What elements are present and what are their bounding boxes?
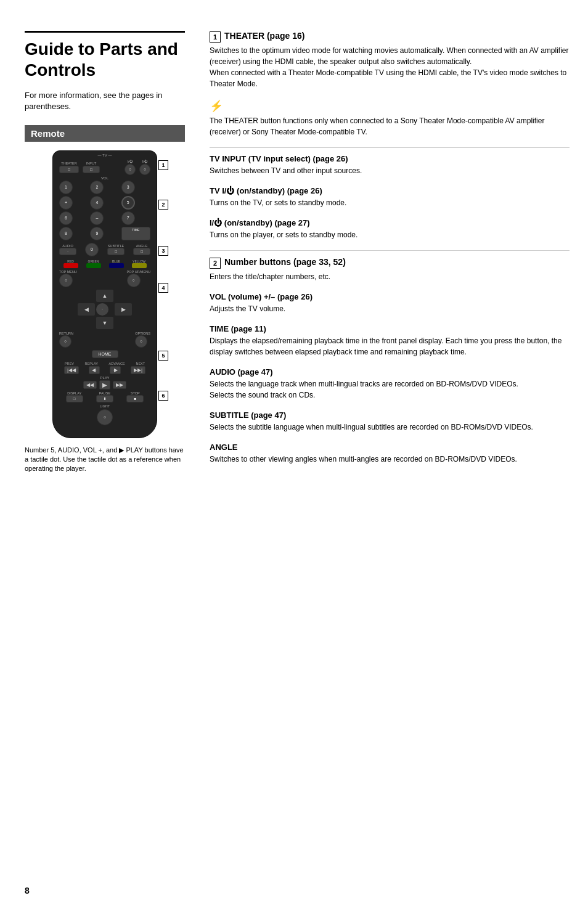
vol-plus[interactable]: +	[59, 196, 73, 210]
yellow-button[interactable]	[132, 263, 147, 268]
input-label: INPUT	[83, 161, 100, 165]
top-button-group: THEATER □ INPUT □	[59, 161, 100, 173]
advance-button[interactable]: ·▶	[110, 366, 121, 374]
tv-label: — TV —	[98, 153, 112, 157]
rewind-button[interactable]: ◀◀	[83, 381, 97, 389]
nav-pad: ▲ ◀ · ▶ ▼	[59, 290, 150, 329]
number-buttons-title: 2 Number buttons (page 33, 52)	[210, 257, 570, 269]
num-8[interactable]: 8	[59, 227, 73, 240]
fastforward-button[interactable]: ▶▶	[113, 381, 126, 389]
num-4[interactable]: 4	[90, 196, 104, 210]
vol-minus[interactable]: –	[90, 211, 104, 225]
number-buttons-body: Enters the title/chapter numbers, etc.	[210, 271, 570, 282]
divider-1	[210, 147, 570, 148]
menu-row: TOP MENU ○ POP UP/MENU ○	[59, 270, 150, 287]
section-theater: 1 THEATER (page 16) Switches to the opti…	[210, 31, 570, 89]
return-options-row: RETURN ○ OPTIONS ○	[59, 332, 150, 348]
popup-menu-group: POP UP/MENU ○	[127, 270, 150, 287]
page-title: Guide to Parts and Controls	[25, 31, 185, 80]
light-button[interactable]: ○	[97, 409, 113, 425]
stop-label: STOP	[126, 391, 144, 395]
time-button[interactable]: TIME	[121, 227, 150, 240]
red-group: RED	[63, 259, 78, 268]
nav-down[interactable]: ▼	[96, 317, 113, 329]
display-button[interactable]: □	[66, 395, 83, 402]
section-player-standby: I/⏻ (on/standby) (page 27) Turns on the …	[210, 218, 570, 240]
number-buttons-title-text: Number buttons (page 33, 52)	[224, 257, 346, 267]
section-tv-input: TV INPUT (TV input select) (page 26) Swi…	[210, 154, 570, 176]
nav-center-button[interactable]: ·	[96, 303, 108, 316]
remote-section-header: Remote	[25, 125, 185, 142]
tv-power-label: I/⏻	[125, 160, 136, 163]
section-subtitle: SUBTITLE (page 47) Selects the subtitle …	[210, 410, 570, 433]
light-row: ○	[59, 409, 150, 425]
nav-empty-bl	[78, 317, 95, 329]
note-body: The THEATER button functions only when c…	[210, 115, 570, 137]
popup-menu-label: POP UP/MENU	[127, 270, 150, 274]
next-button[interactable]: ▶▶|	[131, 366, 145, 374]
red-button[interactable]	[63, 263, 78, 268]
page-number: 8	[25, 886, 30, 896]
section-note: ⚡ The THEATER button functions only when…	[210, 99, 570, 137]
advance-label: ADVANCE	[109, 362, 125, 365]
num-2[interactable]: 2	[90, 181, 104, 194]
blue-label: BLUE	[109, 259, 124, 263]
subtitle-label-text: SUBTITLE	[107, 244, 125, 248]
nav-up[interactable]: ▲	[96, 290, 113, 302]
input-group: INPUT □	[83, 161, 100, 173]
pause-label: PAUSE	[96, 391, 113, 395]
green-button[interactable]	[86, 263, 101, 268]
transport-labels: PREV REPLAY ADVANCE NEXT	[59, 362, 150, 365]
replay-button[interactable]: ◀·	[89, 366, 100, 374]
tv-power-button[interactable]: ○	[125, 164, 136, 175]
nav-right[interactable]: ▶	[115, 303, 132, 316]
home-button[interactable]: HOME	[92, 350, 118, 358]
blue-button[interactable]	[109, 263, 124, 268]
display-label: DISPLAY	[66, 391, 83, 395]
theater-button[interactable]: □	[59, 166, 79, 173]
section-tv-standby: TV I/⏻ (on/standby) (page 26) Turns on t…	[210, 186, 570, 208]
num-7[interactable]: 7	[121, 211, 135, 225]
theater-group: THEATER □	[59, 161, 79, 173]
num-3[interactable]: 3	[121, 181, 135, 194]
num-5[interactable]: 5	[121, 196, 135, 210]
dpause-row: DISPLAY □ PAUSE ⏸ STOP ■	[59, 391, 150, 402]
yellow-label: YELLOW	[132, 259, 147, 263]
nav-left[interactable]: ◀	[78, 303, 95, 316]
callout-6: 6	[158, 391, 168, 401]
tv-power-group: I/⏻ ○	[125, 160, 136, 175]
options-group: OPTIONS ○	[135, 332, 150, 348]
green-group: GREEN	[86, 259, 101, 268]
top-menu-group: TOP MENU ○	[59, 270, 77, 287]
nav-empty-tl	[78, 290, 95, 302]
input-button[interactable]: □	[83, 166, 100, 173]
stop-button[interactable]: ■	[126, 395, 144, 402]
num-0[interactable]: 0	[85, 243, 99, 256]
angle-body: Switches to other viewing angles when mu…	[210, 454, 570, 465]
section-time: TIME (page 11) Displays the elapsed/rema…	[210, 324, 570, 357]
play-row: ◀◀ ▶ ▶▶	[59, 380, 150, 390]
options-button[interactable]: ○	[135, 335, 147, 348]
remote-body: — TV — THEATER □ INPUT □	[52, 150, 157, 438]
right-column: 1 THEATER (page 16) Switches to the opti…	[197, 18, 588, 896]
audio-button[interactable]: ·	[59, 248, 76, 255]
vol-title: VOL (volume) +/– (page 26)	[210, 292, 570, 301]
green-label: GREEN	[86, 259, 101, 263]
pause-button[interactable]: ⏸	[96, 395, 113, 402]
play-button[interactable]: ▶	[99, 380, 110, 390]
angle-button[interactable]: □	[133, 248, 150, 255]
num-6[interactable]: 6	[59, 211, 73, 225]
prev-button[interactable]: |◀◀	[64, 366, 79, 374]
subtitle-button[interactable]: □	[107, 248, 125, 255]
section-audio: AUDIO (page 47) Selects the language tra…	[210, 367, 570, 401]
tv-input-body: Switches between TV and other input sour…	[210, 165, 570, 176]
popup-menu-button[interactable]: ○	[127, 274, 141, 287]
num-9[interactable]: 9	[90, 227, 104, 240]
num-1[interactable]: 1	[59, 181, 73, 194]
prev-label: PREV	[65, 362, 74, 365]
top-menu-button[interactable]: ○	[59, 274, 73, 287]
return-button[interactable]: ○	[59, 335, 71, 348]
nav-empty-br	[115, 317, 132, 329]
pause-group: PAUSE ⏸	[96, 391, 113, 402]
player-power-button[interactable]: ○	[139, 164, 150, 175]
